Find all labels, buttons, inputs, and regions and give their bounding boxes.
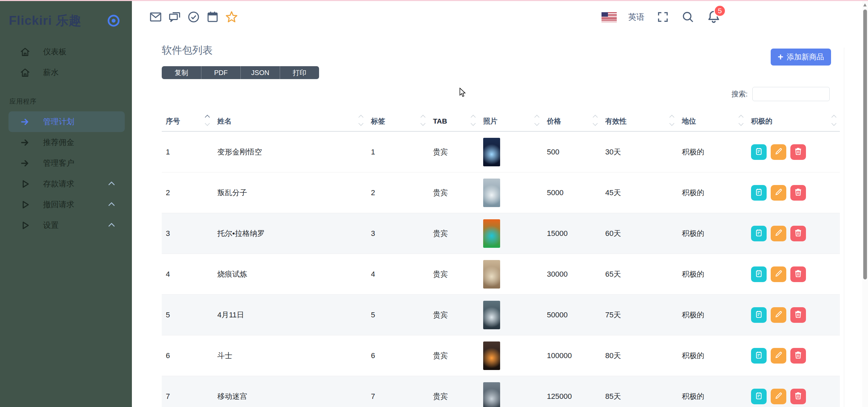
edit-button[interactable] xyxy=(771,226,786,241)
edit-button[interactable] xyxy=(771,144,786,160)
pencil-icon xyxy=(774,188,783,198)
cell-serial: 7 xyxy=(162,376,213,407)
sidebar-item-manage-plans[interactable]: 管理计划 xyxy=(8,111,125,132)
sidebar-item-salary[interactable]: 薪水 xyxy=(8,62,125,83)
cell-photo xyxy=(479,213,543,254)
pencil-icon xyxy=(774,351,783,360)
search-label: 搜索: xyxy=(708,89,748,99)
export-button-JSON[interactable]: JSON xyxy=(240,66,280,79)
cell-tag: 1 xyxy=(367,131,429,172)
play-icon xyxy=(19,178,31,190)
cell-status: 积极的 xyxy=(678,254,747,295)
cell-photo xyxy=(479,172,543,213)
table-row: 2叛乱分子2贵宾500045天积极的 xyxy=(162,172,840,213)
movie-poster xyxy=(483,341,500,370)
sidebar-toggle-target-icon[interactable] xyxy=(107,14,120,27)
cell-tab: 贵宾 xyxy=(429,213,479,254)
cell-actions xyxy=(747,254,840,295)
view-button[interactable] xyxy=(751,144,767,160)
column-header-3[interactable]: 标签 xyxy=(367,111,429,131)
export-button-PDF[interactable]: PDF xyxy=(201,66,240,79)
delete-button[interactable] xyxy=(790,226,806,241)
column-header-6[interactable]: 价格 xyxy=(543,111,601,131)
column-header-8[interactable]: 地位 xyxy=(678,111,747,131)
mail-icon[interactable] xyxy=(149,10,162,24)
sidebar-item-label: 撤回请求 xyxy=(43,199,74,210)
sidebar-item-settings[interactable]: 设置 xyxy=(8,215,125,236)
journal-icon xyxy=(754,391,763,401)
view-button[interactable] xyxy=(751,348,767,364)
column-header-4[interactable]: TAB xyxy=(429,111,479,131)
column-header-9[interactable]: 积极的 xyxy=(747,111,840,131)
cell-status: 积极的 xyxy=(678,131,747,172)
sidebar-item-label: 薪水 xyxy=(43,67,59,78)
sidebar-item-label: 设置 xyxy=(43,220,59,230)
sidebar-item-referral-commission[interactable]: 推荐佣金 xyxy=(8,132,125,153)
us-flag-icon[interactable] xyxy=(601,12,617,22)
delete-button[interactable] xyxy=(790,348,806,364)
movie-poster xyxy=(483,179,500,207)
cell-photo xyxy=(479,295,543,335)
sidebar-item-deposit-requests[interactable]: 存款请求 xyxy=(8,173,125,194)
sidebar-item-label: 推荐佣金 xyxy=(43,137,74,148)
movie-poster xyxy=(483,301,500,329)
view-button[interactable] xyxy=(751,266,767,282)
page-scrollbar[interactable] xyxy=(862,1,868,407)
arrow-right-icon xyxy=(19,116,31,128)
check-circle-icon[interactable] xyxy=(187,10,200,24)
sidebar-section-label: 应用程序 xyxy=(9,97,132,106)
edit-button[interactable] xyxy=(771,266,786,282)
view-button[interactable] xyxy=(751,389,767,404)
trash-icon xyxy=(794,188,803,198)
export-button-复制[interactable]: 复制 xyxy=(162,66,201,79)
edit-button[interactable] xyxy=(771,389,786,404)
view-button[interactable] xyxy=(751,185,767,201)
column-header-5[interactable]: 照片 xyxy=(479,111,543,131)
sort-arrows-icon xyxy=(421,115,425,125)
view-button[interactable] xyxy=(751,307,767,323)
column-header-label: 姓名 xyxy=(217,117,232,125)
plus-icon: + xyxy=(778,52,783,62)
chat-icon[interactable] xyxy=(168,10,181,24)
sidebar-item-manage-clients[interactable]: 管理客户 xyxy=(8,153,125,173)
delete-button[interactable] xyxy=(790,185,806,201)
search-icon[interactable] xyxy=(681,10,695,24)
sidebar-item-withdraw-requests[interactable]: 撤回请求 xyxy=(8,194,125,215)
add-new-item-button[interactable]: + 添加新商品 xyxy=(771,49,831,66)
calendar-icon[interactable] xyxy=(206,10,219,24)
app-logo[interactable]: Flickiri 乐趣 xyxy=(9,12,82,29)
cell-actions xyxy=(747,213,840,254)
column-header-1[interactable]: 序号 xyxy=(162,111,213,131)
trash-icon xyxy=(794,310,803,320)
column-header-label: 标签 xyxy=(371,117,385,125)
cell-name: 烧痕试炼 xyxy=(213,254,367,295)
delete-button[interactable] xyxy=(790,389,806,404)
journal-icon xyxy=(754,147,763,157)
home-icon xyxy=(19,46,31,58)
language-label[interactable]: 英语 xyxy=(628,12,645,22)
fullscreen-icon[interactable] xyxy=(656,10,670,24)
scrollbar-thumb[interactable] xyxy=(863,10,867,279)
column-header-7[interactable]: 有效性 xyxy=(601,111,678,131)
table-row: 54月11日5贵宾5000075天积极的 xyxy=(162,295,840,335)
view-button[interactable] xyxy=(751,226,767,241)
edit-button[interactable] xyxy=(771,348,786,364)
scrollbar-up-arrow[interactable] xyxy=(863,3,867,6)
table-header-row: 序号姓名标签TAB照片价格有效性地位积极的 xyxy=(162,111,840,131)
star-icon[interactable] xyxy=(225,10,238,24)
cell-actions xyxy=(747,131,840,172)
movie-poster xyxy=(483,138,500,166)
delete-button[interactable] xyxy=(790,266,806,282)
edit-button[interactable] xyxy=(771,185,786,201)
table-search-input[interactable] xyxy=(752,87,830,101)
delete-button[interactable] xyxy=(790,307,806,323)
cell-serial: 1 xyxy=(162,131,213,172)
cell-tab: 贵宾 xyxy=(429,376,479,407)
sidebar-item-dashboard[interactable]: 仪表板 xyxy=(8,41,125,62)
column-header-2[interactable]: 姓名 xyxy=(213,111,367,131)
delete-button[interactable] xyxy=(790,144,806,160)
edit-button[interactable] xyxy=(771,307,786,323)
column-header-label: 地位 xyxy=(682,117,696,125)
notifications-bell[interactable]: 5 xyxy=(706,9,721,25)
export-button-打印[interactable]: 打印 xyxy=(280,66,319,79)
